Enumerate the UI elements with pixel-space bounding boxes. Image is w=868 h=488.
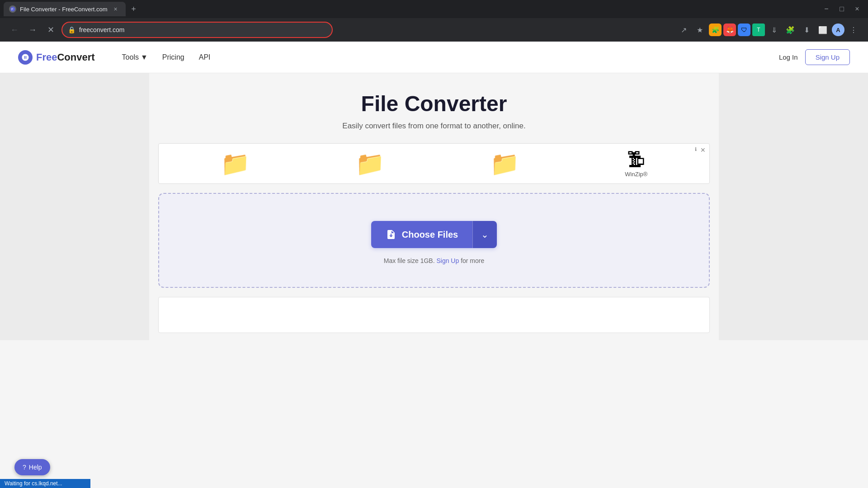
choose-files-wrapper: Choose Files ⌄ [371,221,497,248]
extension-icon-4[interactable]: T [752,23,765,36]
extension-icon-1[interactable]: 🧩 [709,23,722,36]
logo[interactable]: FreeConvert [18,50,95,65]
choose-files-button[interactable]: Choose Files [371,221,472,248]
ad-close-icon[interactable]: ✕ [700,146,706,154]
logo-text: FreeConvert [36,52,95,63]
hero-subtitle: Easily convert files from one format to … [158,122,710,131]
upload-icon [386,229,396,240]
center-area: File Converter Easily convert files from… [149,73,719,340]
folder-icon-3: 📁 [490,150,519,178]
help-icon: ? [23,464,26,471]
signup-button[interactable]: Sign Up [805,49,850,65]
forward-button[interactable]: → [25,23,40,37]
close-button[interactable]: × [850,2,864,16]
split-screen-icon[interactable]: ⬜ [816,23,830,37]
address-bar-container: 🔒 freeconvert.com [61,22,333,38]
back-button[interactable]: ← [7,23,22,37]
bookmark-icon[interactable]: ★ [693,23,707,37]
browser-tab[interactable]: F File Converter - FreeConvert.com × [4,2,126,16]
address-text: freeconvert.com [79,26,326,33]
page-content: FreeConvert Tools ▼ Pricing API Log In S… [0,42,868,488]
lock-icon: 🔒 [68,26,75,33]
maximize-button[interactable]: □ [835,2,849,16]
status-bar: Waiting for cs.lkqd.net... [0,479,90,488]
folder-icon-2: 📁 [355,150,385,178]
browser-chrome: F File Converter - FreeConvert.com × + −… [0,0,868,18]
address-bar-row: ← → ✕ 🔒 freeconvert.com ↗ ★ 🧩 🦊 🛡 T ⇓ 🧩 … [0,18,868,42]
sign-up-link[interactable]: Sign Up [436,257,459,264]
toolbar-icons: ↗ ★ 🧩 🦊 🛡 T ⇓ 🧩 ⬇ ⬜ A ⋮ [676,23,861,37]
nav-auth: Log In Sign Up [779,49,850,65]
menu-icon[interactable]: ⋮ [846,23,861,37]
extensions-icon[interactable]: 🧩 [783,23,797,37]
winzip-icon: 🗜 [627,150,645,170]
tab-favicon: F [9,5,16,13]
bottom-section-1 [158,297,710,333]
nav-pricing[interactable]: Pricing [162,53,184,61]
download-btn[interactable]: ⬇ [799,23,814,37]
choose-files-dropdown-button[interactable]: ⌄ [472,221,497,248]
address-bar[interactable]: 🔒 freeconvert.com [61,22,333,38]
window-controls: − □ × [819,2,864,16]
chevron-down-icon: ⌄ [481,229,489,240]
tab-close-btn[interactable]: × [111,5,120,14]
minimize-button[interactable]: − [819,2,834,16]
share-icon[interactable]: ↗ [676,23,691,37]
login-button[interactable]: Log In [779,53,798,61]
nav-links: Tools ▼ Pricing API [122,53,211,61]
profile-avatar[interactable]: A [832,23,844,36]
folder-icon-1: 📁 [221,150,250,178]
extension-icon-3[interactable]: 🛡 [738,23,750,36]
sidebar-right [719,73,868,340]
extension-icon-2[interactable]: 🦊 [723,23,736,36]
ad-info-icon: ℹ [695,146,697,152]
winzip-area: 🗜 WinZip® [625,150,647,178]
ad-banner: ℹ ✕ 📁 📁 📁 🗜 WinZip® [158,143,710,184]
reload-button[interactable]: ✕ [43,23,58,37]
new-tab-button[interactable]: + [127,3,140,15]
svg-text:F: F [11,7,14,11]
ad-info: ℹ [695,146,697,152]
help-button[interactable]: ? Help [14,459,50,475]
upload-note: Max file size 1GB. Sign Up for more [384,257,485,264]
main-content: File Converter Easily convert files from… [0,73,868,340]
nav-api[interactable]: API [199,53,211,61]
chevron-down-icon: ▼ [141,53,148,61]
page-title: File Converter [158,91,710,116]
tab-title: File Converter - FreeConvert.com [20,6,108,13]
logo-icon [18,50,33,65]
winzip-text: WinZip® [625,171,647,178]
navbar: FreeConvert Tools ▼ Pricing API Log In S… [0,42,868,73]
upload-area[interactable]: Choose Files ⌄ Max file size 1GB. Sign U… [158,193,710,288]
nav-tools[interactable]: Tools ▼ [122,53,148,61]
sidebar-left [0,73,149,340]
download-icon[interactable]: ⇓ [767,23,781,37]
